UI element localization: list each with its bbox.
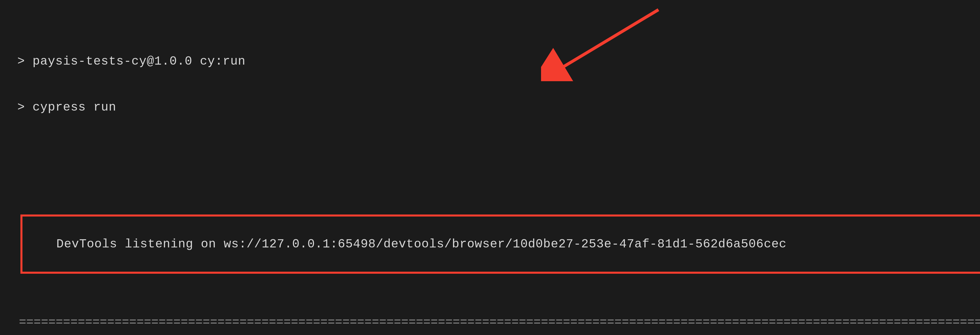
devtools-listening-highlight: DevTools listening on ws://127.0.0.1:654… xyxy=(21,214,980,274)
devtools-listening-text: DevTools listening on ws://127.0.0.1:654… xyxy=(56,237,787,251)
divider-line: ========================================… xyxy=(3,305,977,330)
terminal-output: > paysis-tests-cy@1.0.0 cy:run > cypress… xyxy=(0,0,980,335)
command-line-2: > cypress run xyxy=(3,100,977,115)
command-line-1: > paysis-tests-cy@1.0.0 cy:run xyxy=(3,54,977,69)
